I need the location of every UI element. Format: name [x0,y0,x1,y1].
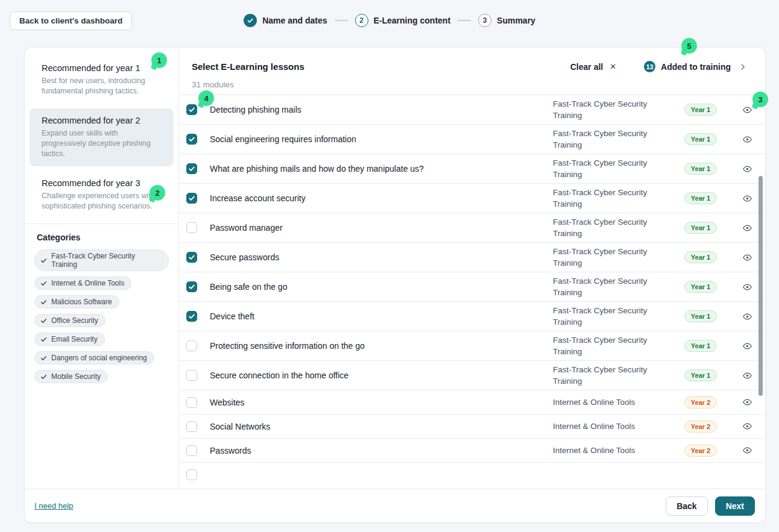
recommendation-title: Recommended for year 2 [42,116,162,125]
preview-eye-icon[interactable] [742,371,752,381]
step-divider [335,20,348,21]
lesson-year-badge: Year 1 [684,281,717,293]
lesson-year-badge: Year 1 [684,310,717,322]
step-name-and-dates[interactable]: Name and dates [244,14,327,27]
lesson-row: Increase account security Fast-Track Cyb… [179,184,765,213]
category-filter-pill[interactable]: Dangers of social engineering [34,351,154,365]
preview-eye-icon[interactable] [742,193,752,204]
preview-eye-icon[interactable] [742,397,752,407]
preview-eye-icon[interactable] [742,164,752,174]
lesson-panel: Select E-Learning lessons Clear all ✕ 13… [179,48,765,489]
lesson-year-badge: Year 1 [684,133,717,145]
panel-title: Select E-Learning lessons [192,61,304,72]
categories-heading: Categories [30,224,174,243]
lesson-name: What are phishing mails and how do they … [210,164,553,174]
lesson-year-badge: Year 1 [684,222,717,234]
lesson-row: What are phishing mails and how do they … [179,154,765,184]
added-count-badge: 13 [644,61,655,72]
lesson-checkbox[interactable] [186,340,197,351]
category-filter-pill[interactable]: Malicious Software [34,295,119,308]
category-filter-label: Office Security [51,316,98,325]
lesson-selection-card: Recommended for year 1 Best for new user… [24,47,766,523]
recommendation-title: Recommended for year 3 [42,178,162,188]
lesson-checkbox[interactable] [186,421,197,432]
annotation-marker-2: 2 [150,185,165,201]
category-filter-pill[interactable]: Office Security [34,314,106,327]
need-help-link[interactable]: I need help [34,501,73,510]
chevron-right-icon[interactable] [739,63,747,71]
lesson-year-badge: Year 1 [684,340,717,352]
category-filter-label: Internet & Online Tools [51,279,124,287]
lesson-category: Fast-Track Cyber Security Training [553,187,667,210]
lesson-name: Increase account security [210,193,553,203]
check-icon [40,299,47,305]
lesson-name: Secure connection in the home office [210,371,553,380]
lesson-checkbox[interactable] [186,281,197,292]
lesson-row: Secure passwords Fast-Track Cyber Securi… [179,243,765,272]
lesson-checkbox[interactable] [186,163,197,174]
lesson-year-badge: Year 1 [684,369,717,381]
category-filter-label: Dangers of social engineering [51,354,147,362]
category-filter-pill[interactable]: Fast-Track Cyber Security Training [34,249,169,271]
added-to-training-link[interactable]: Added to training [661,62,731,72]
lesson-checkbox[interactable] [186,370,197,381]
lesson-year-badge: Year 1 [684,192,717,204]
lesson-name: Protecting sensitive information on the … [210,341,553,351]
annotation-marker-3: 3 [752,92,768,107]
lesson-checkbox[interactable] [186,397,197,408]
lesson-row: Being safe on the go Fast-Track Cyber Se… [179,272,765,302]
step-elearning-content[interactable]: 2 E-Learning content [355,14,451,27]
lesson-year-badge: Year 1 [684,104,717,116]
lesson-checkbox[interactable] [186,193,197,204]
lesson-checkbox[interactable] [186,445,197,456]
lesson-checkbox[interactable] [186,222,197,233]
step-summary[interactable]: 3 Summary [478,14,535,27]
lesson-category: Internet & Online Tools [553,396,667,408]
lesson-category: Internet & Online Tools [553,421,667,432]
clear-all-x-icon[interactable]: ✕ [610,62,616,71]
category-filter-label: Fast-Track Cyber Security Training [51,252,162,269]
preview-eye-icon[interactable] [742,105,752,115]
category-filter-pill[interactable]: Internet & Online Tools [34,277,131,290]
lesson-row: Websites Internet & Online Tools Year 2 [179,390,765,415]
modules-count: 31 modules [192,80,747,89]
lesson-category: Internet & Online Tools [553,445,667,456]
sidebar: Recommended for year 1 Best for new user… [25,48,179,489]
lesson-name: Password manager [210,223,553,233]
lesson-checkbox[interactable] [186,104,197,115]
recommendation-description: Expand user skills with progressively de… [42,128,162,159]
preview-eye-icon[interactable] [742,223,752,233]
top-bar: Back to client's dashboard Name and date… [0,0,779,47]
lesson-year-badge: Year 2 [684,396,717,408]
preview-eye-icon[interactable] [742,134,752,145]
preview-eye-icon[interactable] [742,421,752,431]
lesson-checkbox[interactable] [186,311,197,322]
lesson-row: Protecting sensitive information on the … [179,331,765,361]
annotation-marker-5: 5 [681,38,697,54]
category-filter-pill[interactable]: Mobile Security [34,370,108,383]
step-number: 3 [478,14,491,27]
recommendation-year-2[interactable]: Recommended for year 2 Expand user skill… [30,108,174,166]
scrollbar-thumb[interactable] [758,176,763,396]
lesson-checkbox[interactable] [186,134,197,145]
preview-eye-icon[interactable] [742,252,752,263]
preview-eye-icon[interactable] [742,311,752,322]
lesson-row: Social Networks Internet & Online Tools … [179,415,765,439]
step-label: Name and dates [262,16,327,25]
back-button[interactable]: Back [666,496,707,516]
preview-eye-icon[interactable] [742,282,752,292]
lesson-panel-header: Select E-Learning lessons Clear all ✕ 13… [179,48,765,89]
lesson-name: Passwords [210,446,553,455]
category-filter-label: Mobile Security [51,372,101,381]
lesson-checkbox[interactable] [186,252,197,263]
lesson-checkbox[interactable] [186,469,197,480]
lesson-year-badge: Year 2 [684,421,717,433]
lesson-row: Detecting phishing mails Fast-Track Cybe… [179,95,765,125]
recommendation-title: Recommended for year 1 [42,63,162,73]
preview-eye-icon[interactable] [742,341,752,351]
preview-eye-icon[interactable] [742,445,752,455]
next-button[interactable]: Next [715,496,755,516]
clear-all-button[interactable]: Clear all [570,62,603,72]
category-filter-pill[interactable]: Email Security [34,333,105,346]
card-footer: I need help Back Next [25,489,765,522]
